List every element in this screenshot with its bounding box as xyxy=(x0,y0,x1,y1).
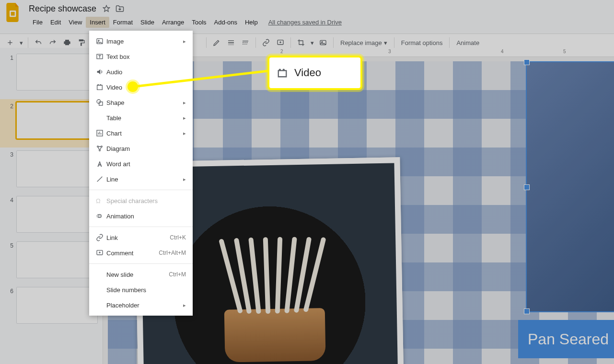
insert-diagram[interactable]: Diagram xyxy=(89,141,193,156)
insert-comment-button[interactable] xyxy=(274,36,287,49)
insert-textbox[interactable]: Text box xyxy=(89,49,193,64)
svg-rect-7 xyxy=(244,42,246,43)
svg-rect-8 xyxy=(246,42,248,43)
border-color-button[interactable] xyxy=(210,36,223,49)
video-icon xyxy=(96,83,106,91)
resize-handle[interactable] xyxy=(524,184,530,190)
insert-shape[interactable]: Shape▸ xyxy=(89,95,193,110)
undo-button[interactable] xyxy=(32,36,45,49)
animation-icon xyxy=(96,212,106,220)
chart-icon xyxy=(96,129,106,137)
menu-arrange[interactable]: Arrange xyxy=(158,17,188,28)
border-weight-button[interactable] xyxy=(224,36,238,49)
menu-view[interactable]: View xyxy=(65,17,86,28)
svg-point-23 xyxy=(101,146,103,148)
line-icon xyxy=(96,175,106,183)
svg-rect-9 xyxy=(243,44,243,45)
insert-wordart[interactable]: Word art xyxy=(89,156,193,171)
star-icon[interactable] xyxy=(102,4,111,13)
menu-insert[interactable]: Insert xyxy=(86,17,109,28)
border-dash-button[interactable] xyxy=(239,36,252,49)
slide-thumb[interactable]: 5 xyxy=(5,241,98,278)
comment-icon xyxy=(96,249,106,257)
image-icon xyxy=(96,37,106,45)
selected-image[interactable] xyxy=(526,61,614,312)
insert-comment[interactable]: CommentCtrl+Alt+M xyxy=(89,245,193,261)
svg-point-15 xyxy=(322,42,323,43)
menubar: File Edit View Insert Format Slide Arran… xyxy=(29,16,342,28)
menu-addons[interactable]: Add-ons xyxy=(210,17,241,28)
link-icon xyxy=(96,234,106,241)
svg-rect-6 xyxy=(243,42,244,43)
header: Recipe showcase File Edit View Insert Fo… xyxy=(0,0,614,34)
omega-icon: Ω xyxy=(96,197,106,205)
insert-special-chars: Ω Special characters xyxy=(89,193,193,208)
resize-handle[interactable] xyxy=(524,59,530,65)
slide-thumb[interactable]: 4 xyxy=(5,196,98,233)
crop-button[interactable] xyxy=(294,36,308,49)
move-icon[interactable] xyxy=(116,4,124,13)
slide-thumb[interactable]: 3 xyxy=(5,150,98,187)
insert-chart[interactable]: Chart▸ xyxy=(89,125,193,141)
svg-rect-10 xyxy=(244,44,244,45)
crop-dropdown[interactable]: ▾ xyxy=(309,36,315,49)
wordart-icon xyxy=(96,160,106,168)
video-icon xyxy=(277,68,288,78)
svg-rect-2 xyxy=(228,40,234,41)
menu-help[interactable]: Help xyxy=(241,17,262,28)
audio-icon xyxy=(96,68,106,76)
insert-new-slide[interactable]: New slideCtrl+M xyxy=(89,267,193,282)
svg-point-17 xyxy=(98,40,99,41)
print-button[interactable] xyxy=(60,36,74,49)
insert-animation[interactable]: Animation xyxy=(89,208,193,224)
svg-rect-20 xyxy=(99,102,103,105)
resize-handle[interactable] xyxy=(524,308,530,314)
insert-image[interactable]: Image▸ xyxy=(89,34,193,49)
app-root: Recipe showcase File Edit View Insert Fo… xyxy=(0,0,614,364)
insert-table[interactable]: Table▸ xyxy=(89,110,193,125)
title-block: Recipe showcase File Edit View Insert Fo… xyxy=(29,3,342,28)
menu-slide[interactable]: Slide xyxy=(137,17,158,28)
svg-rect-12 xyxy=(246,44,247,45)
paint-format-button[interactable] xyxy=(75,36,88,49)
svg-point-22 xyxy=(97,146,99,148)
insert-line[interactable]: Line▸ xyxy=(89,171,193,187)
textbox-icon xyxy=(96,53,106,60)
insert-slide-numbers[interactable]: Slide numbers xyxy=(89,282,193,297)
insert-placeholder[interactable]: Placeholder▸ xyxy=(89,297,193,313)
slide-thumb[interactable]: 1 xyxy=(5,54,98,91)
slide-thumb[interactable]: 2 xyxy=(0,99,103,148)
new-slide-button[interactable] xyxy=(3,36,17,49)
slide-panel[interactable]: 1 2 3 4 5 6 xyxy=(0,48,103,364)
reset-image-button[interactable] xyxy=(316,36,330,49)
svg-rect-11 xyxy=(245,44,245,45)
caption-box[interactable]: Pan Seared xyxy=(518,320,614,358)
svg-point-24 xyxy=(99,150,101,151)
save-status[interactable]: All changes saved in Drive xyxy=(268,19,342,26)
slides-logo[interactable] xyxy=(4,3,23,22)
svg-rect-3 xyxy=(228,42,234,43)
highlight-dot xyxy=(127,81,138,92)
slide-thumb[interactable]: 6 xyxy=(5,287,98,324)
format-options-button[interactable]: Format options xyxy=(397,39,447,46)
new-slide-dropdown[interactable]: ▾ xyxy=(18,36,24,49)
replace-image-button[interactable]: Replace image▾ xyxy=(336,39,391,46)
menu-file[interactable]: File xyxy=(29,17,46,28)
animate-button[interactable]: Animate xyxy=(452,39,483,46)
insert-link[interactable]: LinkCtrl+K xyxy=(89,230,193,245)
svg-rect-1 xyxy=(11,12,15,16)
menu-format[interactable]: Format xyxy=(109,17,137,28)
menu-tools[interactable]: Tools xyxy=(188,17,210,28)
diagram-icon xyxy=(96,145,106,152)
insert-video[interactable]: Video xyxy=(89,80,193,95)
redo-button[interactable] xyxy=(46,36,59,49)
insert-link-button[interactable] xyxy=(259,36,273,49)
menu-edit[interactable]: Edit xyxy=(46,17,65,28)
svg-rect-4 xyxy=(228,45,234,45)
document-title[interactable]: Recipe showcase xyxy=(29,4,96,14)
shape-icon xyxy=(96,99,106,106)
callout-label: Video xyxy=(294,67,321,79)
svg-rect-5 xyxy=(243,41,248,41)
insert-menu: Image▸ Text box Audio Video Shape▸ Table… xyxy=(89,31,193,316)
insert-audio[interactable]: Audio xyxy=(89,64,193,80)
